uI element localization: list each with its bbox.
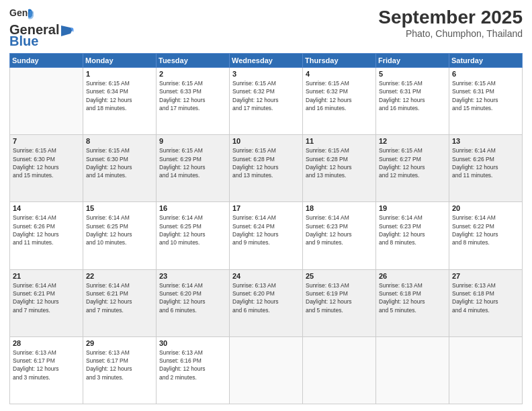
calendar-table: SundayMondayTuesdayWednesdayThursdayFrid…: [9, 53, 523, 404]
day-number: 10: [232, 137, 300, 145]
day-number: 16: [159, 204, 226, 212]
day-info: Sunrise: 6:14 AMSunset: 6:21 PMDaylight:…: [86, 281, 153, 314]
day-number: 6: [452, 70, 519, 78]
subtitle: Phato, Chumphon, Thailand: [378, 28, 523, 39]
day-info: Sunrise: 6:13 AMSunset: 6:18 PMDaylight:…: [452, 281, 519, 314]
day-number: 13: [452, 137, 519, 145]
day-info: Sunrise: 6:15 AMSunset: 6:28 PMDaylight:…: [232, 146, 300, 179]
day-number: 19: [379, 204, 446, 212]
calendar-day-15: 15Sunrise: 6:14 AMSunset: 6:25 PMDayligh…: [83, 202, 157, 269]
logo-blue: Blue: [9, 34, 38, 49]
weekday-header-saturday: Saturday: [449, 54, 523, 68]
logo: General General Blue: [9, 7, 75, 49]
title-block: September 2025 Phato, Chumphon, Thailand: [378, 7, 523, 39]
calendar-day-26: 26Sunrise: 6:13 AMSunset: 6:18 PMDayligh…: [376, 269, 449, 336]
day-info: Sunrise: 6:15 AMSunset: 6:28 PMDaylight:…: [306, 146, 373, 179]
calendar-day-1: 1Sunrise: 6:15 AMSunset: 6:34 PMDaylight…: [83, 68, 157, 135]
calendar-day-20: 20Sunrise: 6:14 AMSunset: 6:22 PMDayligh…: [449, 202, 523, 269]
weekday-header-thursday: Thursday: [303, 54, 376, 68]
day-info: Sunrise: 6:14 AMSunset: 6:26 PMDaylight:…: [452, 146, 519, 179]
day-info: Sunrise: 6:14 AMSunset: 6:23 PMDaylight:…: [379, 214, 446, 246]
calendar-day-28: 28Sunrise: 6:13 AMSunset: 6:17 PMDayligh…: [10, 336, 83, 404]
day-number: 30: [159, 339, 226, 347]
calendar-day-25: 25Sunrise: 6:13 AMSunset: 6:19 PMDayligh…: [303, 269, 376, 336]
calendar-day-19: 19Sunrise: 6:14 AMSunset: 6:23 PMDayligh…: [376, 202, 449, 269]
calendar-day-12: 12Sunrise: 6:15 AMSunset: 6:27 PMDayligh…: [376, 135, 449, 202]
calendar-week-row: 7Sunrise: 6:15 AMSunset: 6:30 PMDaylight…: [10, 135, 523, 202]
day-number: 11: [306, 137, 373, 145]
day-info: Sunrise: 6:15 AMSunset: 6:30 PMDaylight:…: [13, 146, 80, 179]
day-info: Sunrise: 6:15 AMSunset: 6:32 PMDaylight:…: [306, 79, 373, 112]
weekday-header-wednesday: Wednesday: [230, 54, 303, 68]
calendar-day-10: 10Sunrise: 6:15 AMSunset: 6:28 PMDayligh…: [230, 135, 303, 202]
day-info: Sunrise: 6:15 AMSunset: 6:34 PMDaylight:…: [86, 79, 153, 112]
day-info: Sunrise: 6:14 AMSunset: 6:25 PMDaylight:…: [86, 214, 153, 246]
page: General General Blue September 2025 Phat…: [0, 0, 532, 411]
calendar-day-11: 11Sunrise: 6:15 AMSunset: 6:28 PMDayligh…: [303, 135, 376, 202]
day-number: 25: [306, 272, 373, 280]
calendar-week-row: 28Sunrise: 6:13 AMSunset: 6:17 PMDayligh…: [10, 336, 523, 404]
day-info: Sunrise: 6:15 AMSunset: 6:31 PMDaylight:…: [379, 79, 446, 112]
calendar-day-empty: [449, 336, 523, 404]
day-info: Sunrise: 6:15 AMSunset: 6:32 PMDaylight:…: [232, 79, 300, 112]
calendar-day-24: 24Sunrise: 6:13 AMSunset: 6:20 PMDayligh…: [230, 269, 303, 336]
day-info: Sunrise: 6:14 AMSunset: 6:23 PMDaylight:…: [306, 214, 373, 246]
day-number: 20: [452, 204, 519, 212]
day-number: 29: [86, 339, 153, 347]
day-number: 23: [159, 272, 226, 280]
day-info: Sunrise: 6:13 AMSunset: 6:17 PMDaylight:…: [86, 349, 153, 381]
day-number: 9: [159, 137, 226, 145]
weekday-header-tuesday: Tuesday: [157, 54, 230, 68]
calendar-day-6: 6Sunrise: 6:15 AMSunset: 6:31 PMDaylight…: [449, 68, 523, 135]
weekday-header-sunday: Sunday: [10, 54, 83, 68]
month-title: September 2025: [378, 7, 523, 28]
calendar-day-22: 22Sunrise: 6:14 AMSunset: 6:21 PMDayligh…: [83, 269, 157, 336]
calendar-day-14: 14Sunrise: 6:14 AMSunset: 6:26 PMDayligh…: [10, 202, 83, 269]
day-number: 27: [452, 272, 519, 280]
weekday-header-row: SundayMondayTuesdayWednesdayThursdayFrid…: [10, 54, 523, 68]
calendar-day-empty: [303, 336, 376, 404]
day-info: Sunrise: 6:15 AMSunset: 6:29 PMDaylight:…: [159, 146, 226, 179]
day-number: 12: [379, 137, 446, 145]
calendar-week-row: 21Sunrise: 6:14 AMSunset: 6:21 PMDayligh…: [10, 269, 523, 336]
calendar-day-29: 29Sunrise: 6:13 AMSunset: 6:17 PMDayligh…: [83, 336, 157, 404]
calendar-day-27: 27Sunrise: 6:13 AMSunset: 6:18 PMDayligh…: [449, 269, 523, 336]
calendar-day-empty: [230, 336, 303, 404]
calendar-day-17: 17Sunrise: 6:14 AMSunset: 6:24 PMDayligh…: [230, 202, 303, 269]
day-number: 17: [232, 204, 300, 212]
calendar-day-16: 16Sunrise: 6:14 AMSunset: 6:25 PMDayligh…: [157, 202, 230, 269]
day-number: 21: [13, 272, 80, 280]
calendar-day-5: 5Sunrise: 6:15 AMSunset: 6:31 PMDaylight…: [376, 68, 449, 135]
day-info: Sunrise: 6:14 AMSunset: 6:22 PMDaylight:…: [452, 214, 519, 246]
calendar-day-13: 13Sunrise: 6:14 AMSunset: 6:26 PMDayligh…: [449, 135, 523, 202]
day-info: Sunrise: 6:13 AMSunset: 6:16 PMDaylight:…: [159, 349, 226, 381]
day-number: 22: [86, 272, 153, 280]
day-info: Sunrise: 6:13 AMSunset: 6:18 PMDaylight:…: [379, 281, 446, 314]
day-number: 26: [379, 272, 446, 280]
day-info: Sunrise: 6:14 AMSunset: 6:20 PMDaylight:…: [159, 281, 226, 314]
calendar-day-empty: [10, 68, 83, 135]
day-number: 18: [306, 204, 373, 212]
day-info: Sunrise: 6:14 AMSunset: 6:21 PMDaylight:…: [13, 281, 80, 314]
calendar-day-23: 23Sunrise: 6:14 AMSunset: 6:20 PMDayligh…: [157, 269, 230, 336]
day-number: 2: [159, 70, 226, 78]
day-number: 4: [306, 70, 373, 78]
logo-flag-icon: [60, 26, 75, 36]
day-info: Sunrise: 6:15 AMSunset: 6:33 PMDaylight:…: [159, 79, 226, 112]
calendar-day-2: 2Sunrise: 6:15 AMSunset: 6:33 PMDaylight…: [157, 68, 230, 135]
calendar-day-empty: [376, 336, 449, 404]
calendar-day-18: 18Sunrise: 6:14 AMSunset: 6:23 PMDayligh…: [303, 202, 376, 269]
day-number: 14: [13, 204, 80, 212]
day-info: Sunrise: 6:13 AMSunset: 6:17 PMDaylight:…: [13, 349, 80, 381]
day-info: Sunrise: 6:14 AMSunset: 6:25 PMDaylight:…: [159, 214, 226, 246]
calendar-day-9: 9Sunrise: 6:15 AMSunset: 6:29 PMDaylight…: [157, 135, 230, 202]
day-number: 15: [86, 204, 153, 212]
calendar-day-30: 30Sunrise: 6:13 AMSunset: 6:16 PMDayligh…: [157, 336, 230, 404]
day-number: 24: [232, 272, 300, 280]
day-info: Sunrise: 6:15 AMSunset: 6:31 PMDaylight:…: [452, 79, 519, 112]
day-number: 28: [13, 339, 80, 347]
day-number: 5: [379, 70, 446, 78]
day-info: Sunrise: 6:13 AMSunset: 6:20 PMDaylight:…: [232, 281, 300, 314]
calendar-day-21: 21Sunrise: 6:14 AMSunset: 6:21 PMDayligh…: [10, 269, 83, 336]
day-number: 8: [86, 137, 153, 145]
